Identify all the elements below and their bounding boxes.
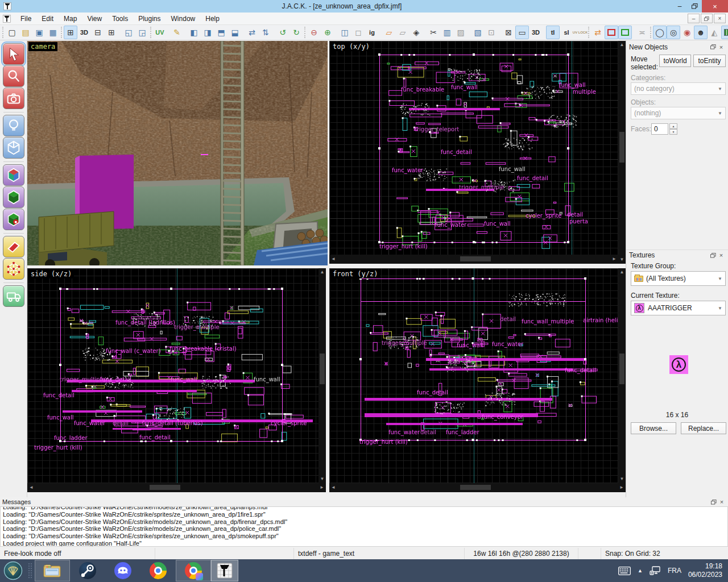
- touch-keyboard-icon[interactable]: [618, 567, 631, 575]
- scroll-thumb[interactable]: [320, 354, 325, 384]
- align-bottom-icon[interactable]: ⬓: [228, 26, 242, 39]
- toolbar-grip[interactable]: [61, 27, 62, 38]
- start-button[interactable]: [0, 561, 26, 580]
- menu-edit[interactable]: Edit: [36, 13, 59, 24]
- brush-tool-button[interactable]: [3, 137, 24, 159]
- flip-horizontal-icon[interactable]: ⇄: [245, 26, 259, 39]
- viewport-side-canvas[interactable]: [27, 268, 318, 483]
- current-texture-dropdown[interactable]: λAAATRIGGER▼: [631, 301, 726, 315]
- make-hollow-icon[interactable]: ⊕: [321, 26, 334, 39]
- toggle-grid-icon[interactable]: ⊞: [64, 26, 77, 39]
- toolbar-grip[interactable]: [588, 27, 589, 38]
- menu-tools[interactable]: Tools: [107, 13, 133, 24]
- vertex-tool-button[interactable]: [3, 258, 24, 280]
- mdi-close-button[interactable]: ×: [714, 14, 726, 23]
- select-tool-button[interactable]: [3, 43, 24, 65]
- menu-file[interactable]: File: [15, 13, 36, 24]
- toolbar-grip[interactable]: [2, 27, 3, 38]
- mdi-restore-button[interactable]: [701, 14, 713, 23]
- taskbar-chrome[interactable]: [140, 560, 176, 581]
- entity-tool-button[interactable]: [3, 115, 24, 136]
- viewport-top-hscrollbar[interactable]: ◄►: [329, 255, 618, 264]
- categories-dropdown[interactable]: (no category)▼: [631, 82, 726, 95]
- faces-spinner[interactable]: ▲▼: [669, 123, 677, 135]
- network-icon[interactable]: [650, 566, 661, 575]
- show-models-icon[interactable]: ☻: [694, 26, 708, 39]
- objects-dropdown[interactable]: (nothing)▼: [631, 107, 726, 119]
- scale-lock-sl-icon[interactable]: sl: [560, 26, 573, 39]
- show-sprites-icon[interactable]: ◭: [708, 26, 721, 39]
- viewport-side[interactable]: side (x/z) func_detail (ladrillos)trigge…: [27, 268, 318, 483]
- float-panel-icon[interactable]: [709, 43, 717, 51]
- scroll-thumb[interactable]: [619, 354, 624, 384]
- toolbar-grip[interactable]: [304, 27, 305, 38]
- ignore-groups-icon[interactable]: ig: [365, 26, 379, 39]
- edit-brush-vertices-icon[interactable]: [605, 26, 618, 39]
- drag-select-icon[interactable]: ▭: [515, 26, 529, 39]
- scroll-thumb[interactable]: [460, 485, 491, 490]
- camera-tool-button[interactable]: [3, 88, 24, 109]
- show-animations-icon[interactable]: [721, 26, 728, 39]
- viewport-top-vscrollbar[interactable]: ▲▼: [618, 41, 626, 264]
- hidden-icons-chevron[interactable]: ▲: [638, 568, 643, 573]
- open-file-icon[interactable]: ▤: [19, 26, 32, 39]
- helper-orientation-icon[interactable]: ◎: [667, 26, 680, 39]
- close-button[interactable]: ×: [702, 0, 728, 13]
- ungroup-icon[interactable]: ◻: [351, 26, 365, 39]
- viewport-front[interactable]: front (y/z) detailfunc_wall_multipleairt…: [329, 268, 618, 483]
- load-window-state-icon[interactable]: ◱: [122, 26, 135, 39]
- clip-tool-button[interactable]: [3, 236, 24, 257]
- align-top-icon[interactable]: ⬒: [214, 26, 228, 39]
- replace-button[interactable]: Replace...: [681, 422, 726, 434]
- taskbar-chrome-profile[interactable]: [176, 560, 211, 581]
- save-all-icon[interactable]: ▦: [46, 26, 60, 39]
- mdi-minimize-button[interactable]: –: [688, 14, 700, 23]
- language-indicator[interactable]: FRA: [668, 567, 681, 575]
- to-world-button[interactable]: toWorld: [659, 55, 691, 67]
- viewport-side-hscrollbar[interactable]: ◄►: [27, 483, 326, 492]
- path-tool-button[interactable]: [3, 285, 24, 307]
- faces-input[interactable]: 0: [651, 123, 668, 135]
- select-in-3d-icon[interactable]: 3D: [529, 26, 543, 39]
- flip-faces-icon[interactable]: ⇄: [591, 26, 605, 39]
- transform-icon[interactable]: ⊠: [502, 26, 515, 39]
- magnify-tool-button[interactable]: [3, 65, 24, 87]
- group-icon[interactable]: ◫: [338, 26, 351, 39]
- helper-spheres-icon[interactable]: ◯: [653, 26, 667, 39]
- rotate-ccw-icon[interactable]: ↺: [276, 26, 289, 39]
- edit-icon[interactable]: ✎: [170, 26, 184, 39]
- copy-icon[interactable]: ▥: [440, 26, 454, 39]
- messages-log[interactable]: Loading: "D:/Games/Counter-Strike WaRzOn…: [0, 506, 728, 547]
- toolbar-grip[interactable]: [150, 27, 151, 38]
- flip-vertical-icon[interactable]: ⇅: [259, 26, 272, 39]
- menu-window[interactable]: Window: [166, 13, 201, 24]
- apply-decals-tool-button[interactable]: [3, 209, 24, 230]
- uv-lock-icon[interactable]: UV LOCK: [573, 26, 587, 39]
- align-left-icon[interactable]: ◧: [187, 26, 201, 39]
- new-file-icon[interactable]: ▢: [5, 26, 19, 39]
- browse-button[interactable]: Browse...: [631, 422, 676, 434]
- close-panel-icon[interactable]: ×: [718, 498, 726, 506]
- edit-brush-faces-icon[interactable]: [618, 26, 632, 39]
- viewport-side-vscrollbar[interactable]: ▲▼: [318, 268, 326, 483]
- scroll-thumb[interactable]: [460, 256, 491, 261]
- save-icon[interactable]: ▣: [32, 26, 46, 39]
- select-box-icon[interactable]: ⊡: [485, 26, 498, 39]
- menu-map[interactable]: Map: [59, 13, 82, 24]
- viewport-top[interactable]: top (x/y) func_breakablefunc_wallfunc_wa…: [329, 41, 618, 255]
- show-all-icon[interactable]: ◈: [410, 26, 423, 39]
- menu-help[interactable]: Help: [200, 13, 225, 24]
- to-entity-button[interactable]: toEntity: [693, 55, 726, 67]
- texture-lock-tl-icon[interactable]: tl: [546, 26, 560, 39]
- texture-group-dropdown[interactable]: (All Textures)▼: [631, 271, 726, 286]
- taskbar-steam[interactable]: [70, 560, 105, 581]
- hide-selected-icon[interactable]: ▱: [382, 26, 396, 39]
- texture-application-tool-button[interactable]: [3, 164, 24, 186]
- viewport-front-hscrollbar[interactable]: ◄►: [329, 483, 626, 492]
- viewport-front-canvas[interactable]: [329, 268, 618, 483]
- float-panel-icon[interactable]: [709, 252, 717, 259]
- toggle-3d-grid-icon[interactable]: 3D: [77, 26, 91, 39]
- float-panel-icon[interactable]: [710, 498, 718, 506]
- close-panel-icon[interactable]: ×: [717, 252, 725, 259]
- taskbar-jack[interactable]: [211, 560, 238, 581]
